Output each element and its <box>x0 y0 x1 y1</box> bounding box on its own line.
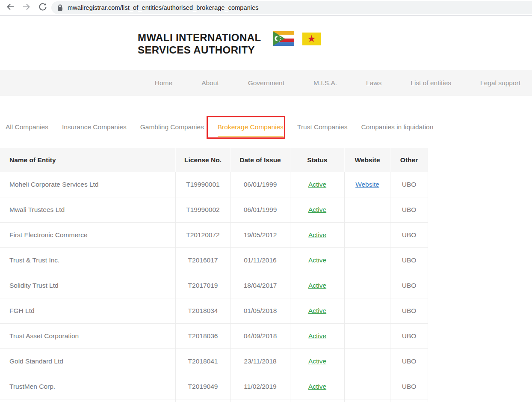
nav-item-misa[interactable]: M.I.S.A. <box>313 79 337 87</box>
back-arrow-icon <box>6 2 15 13</box>
other-ubo: UBO <box>390 324 428 348</box>
active-tab-underline <box>218 136 284 137</box>
license-no: T2018036 <box>175 324 230 348</box>
browser-toolbar: mwaliregistrar.com/list_of_entities/auth… <box>0 0 532 16</box>
status-link[interactable]: Active <box>308 206 326 214</box>
date-of-issue: 06/01/1999 <box>230 172 290 197</box>
entity-category-tabs: All Companies Insurance Companies Gambli… <box>0 123 532 137</box>
tab-trust-companies[interactable]: Trust Companies <box>293 123 352 131</box>
entity-name: Trust Asset Corporation <box>0 324 175 348</box>
entity-name: Gold Standard Ltd <box>0 349 175 374</box>
entity-name: Moheli Corporate Services Ltd <box>0 172 175 197</box>
site-title-line1: MWALI INTERNATIONAL <box>138 31 261 44</box>
date-of-issue: 19/05/2012 <box>230 223 290 247</box>
license-no: T20120072 <box>175 223 230 247</box>
site-title: MWALI INTERNATIONAL SERVICES AUTHORITY <box>138 31 261 56</box>
date-of-issue: 01/11/2016 <box>230 248 290 273</box>
nav-item-home[interactable]: Home <box>155 79 172 87</box>
status-link[interactable]: Active <box>308 332 326 340</box>
nav-item-about[interactable]: About <box>201 79 219 87</box>
entity-name: Solidity Trust Ltd <box>0 273 175 298</box>
status-link[interactable]: Active <box>308 383 326 390</box>
table-row: Solidity Trust Ltd T2017019 18/04/2017 A… <box>0 273 428 298</box>
tab-insurance-companies[interactable]: Insurance Companies <box>58 123 131 131</box>
status-link[interactable]: Active <box>308 282 326 289</box>
col-header-date: Date of Issue <box>230 148 290 172</box>
back-button[interactable] <box>5 3 15 13</box>
entity-name: First Electronic Commerce <box>0 223 175 247</box>
website-empty <box>344 223 390 247</box>
col-header-status: Status <box>290 148 344 172</box>
date-of-issue: 18/04/2017 <box>230 273 290 298</box>
license-no: T2018034 <box>175 298 230 323</box>
website-empty <box>344 197 390 222</box>
status-link[interactable]: Active <box>308 307 326 315</box>
address-bar[interactable]: mwaliregistrar.com/list_of_entities/auth… <box>51 1 532 14</box>
other-ubo: UBO <box>390 197 428 222</box>
table-row: Moheli Corporate Services Ltd T19990001 … <box>0 172 428 197</box>
forward-button[interactable] <box>21 3 32 13</box>
url-text[interactable]: mwaliregistrar.com/list_of_entities/auth… <box>68 4 259 11</box>
other-ubo: UBO <box>390 349 428 374</box>
table-header-row: Name of Entity License No. Date of Issue… <box>0 148 428 172</box>
table-row: TrustMen Corp. T2019049 11/02/2019 Activ… <box>0 374 428 399</box>
lock-icon <box>57 4 63 12</box>
status-link[interactable]: Active <box>308 256 326 264</box>
nav-item-laws[interactable]: Laws <box>366 79 381 87</box>
date-of-issue: 23/11/2018 <box>230 349 290 374</box>
license-no: T2016017 <box>175 248 230 273</box>
license-no: T2017019 <box>175 273 230 298</box>
tab-all-companies[interactable]: All Companies <box>1 123 53 131</box>
table-row: Trust & Trust Inc. T2016017 01/11/2016 A… <box>0 248 428 273</box>
col-header-other: Other <box>390 148 428 172</box>
other-ubo: UBO <box>390 223 428 247</box>
tab-brokerage-companies[interactable]: Brokerage Companies <box>213 123 288 137</box>
status-link[interactable]: Active <box>308 181 326 188</box>
date-of-issue: 04/09/2018 <box>230 324 290 348</box>
nav-item-legal-support[interactable]: Legal support <box>480 79 520 87</box>
tabs-section: All Companies Insurance Companies Gambli… <box>0 96 532 148</box>
status-link[interactable]: Active <box>308 231 326 239</box>
table-row-partial <box>0 399 428 402</box>
table-row: First Electronic Commerce T20120072 19/0… <box>0 223 428 248</box>
table-row: Gold Standard Ltd T2018041 23/11/2018 Ac… <box>0 349 428 374</box>
comoros-flag <box>273 31 294 46</box>
website-empty <box>344 273 390 298</box>
forward-arrow-icon <box>22 2 31 13</box>
date-of-issue: 01/05/2018 <box>230 298 290 323</box>
entity-name: FGH Ltd <box>0 298 175 323</box>
entity-name: Trust & Trust Inc. <box>0 248 175 273</box>
website-empty <box>344 298 390 323</box>
tab-companies-in-liquidation[interactable]: Companies in liquidation <box>357 123 437 131</box>
nav-item-list-of-entities[interactable]: List of entities <box>411 79 451 87</box>
col-header-website: Website <box>344 148 390 172</box>
entity-name: TrustMen Corp. <box>0 374 175 399</box>
license-no: T19990002 <box>175 197 230 222</box>
mwali-yellow-star-flag <box>302 33 321 45</box>
table-row: FGH Ltd T2018034 01/05/2018 Active UBO <box>0 298 428 324</box>
other-ubo: UBO <box>390 273 428 298</box>
status-link[interactable]: Active <box>308 357 326 365</box>
other-ubo: UBO <box>390 298 428 323</box>
license-no: T2018041 <box>175 349 230 374</box>
table-row: Mwali Trustees Ltd T19990002 06/01/1999 … <box>0 197 428 223</box>
website-empty <box>344 324 390 348</box>
entities-table: Name of Entity License No. Date of Issue… <box>0 148 428 402</box>
table-row: Trust Asset Corporation T2018036 04/09/2… <box>0 324 428 349</box>
site-title-line2: SERVICES AUTHORITY <box>138 44 261 56</box>
website-link[interactable]: Website <box>355 181 379 188</box>
col-header-name: Name of Entity <box>0 148 175 172</box>
date-of-issue: 11/02/2019 <box>230 374 290 399</box>
browser-nav-buttons <box>0 3 51 13</box>
main-nav: Home About Government M.I.S.A. Laws List… <box>0 70 532 96</box>
website-empty <box>344 248 390 273</box>
reload-button[interactable] <box>38 3 48 13</box>
date-of-issue: 06/01/1999 <box>230 197 290 222</box>
tab-gambling-companies[interactable]: Gambling Companies <box>136 123 208 131</box>
nav-item-government[interactable]: Government <box>248 79 284 87</box>
license-no: T2019049 <box>175 374 230 399</box>
other-ubo: UBO <box>390 374 428 399</box>
other-ubo: UBO <box>390 248 428 273</box>
license-no: T19990001 <box>175 172 230 197</box>
other-ubo: UBO <box>390 172 428 197</box>
